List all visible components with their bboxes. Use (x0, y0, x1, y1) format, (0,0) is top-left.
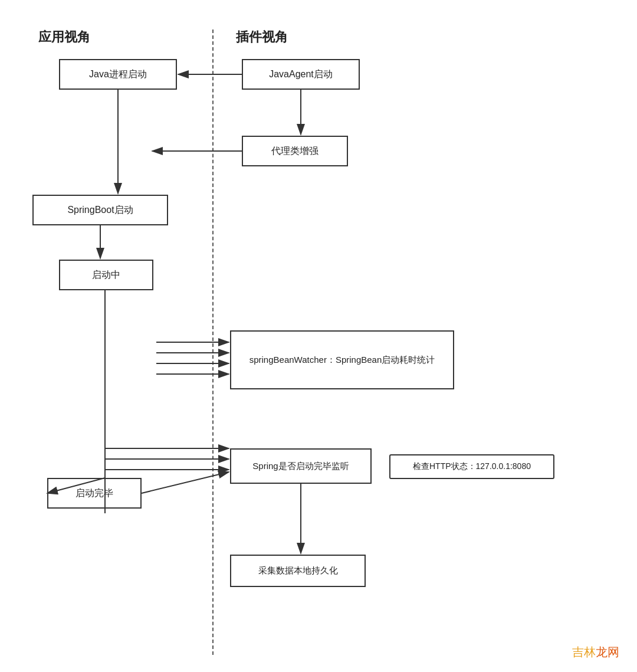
watermark: 吉林龙网 (572, 644, 619, 660)
watermark-part2: 龙网 (596, 645, 619, 658)
watermark-part1: 吉林 (572, 645, 596, 658)
box-java-process: Java进程启动 (59, 59, 177, 90)
box-spring-boot: SpringBoot启动 (32, 195, 168, 225)
box-http-check: 检查HTTP状态：127.0.0.1:8080 (389, 454, 554, 479)
plugin-view-label: 插件视角 (236, 28, 288, 46)
divider-line (212, 29, 214, 655)
box-data-persist: 采集数据本地持久化 (230, 555, 366, 587)
box-proxy-enhance: 代理类增强 (242, 136, 348, 166)
box-spring-monitor: Spring是否启动完毕监听 (230, 448, 372, 484)
box-java-agent: JavaAgent启动 (242, 59, 360, 90)
box-startup-complete: 启动完毕 (47, 478, 142, 509)
app-view-label: 应用视角 (38, 28, 90, 46)
diagram-container: 应用视角 插件视角 Java进程启动 JavaAgent启动 代理类增强 Spr… (0, 0, 637, 672)
svg-line-16 (142, 472, 229, 493)
box-spring-bean-watcher: springBeanWatcher：SpringBean启动耗时统计 (230, 330, 454, 389)
box-starting: 启动中 (59, 260, 153, 290)
